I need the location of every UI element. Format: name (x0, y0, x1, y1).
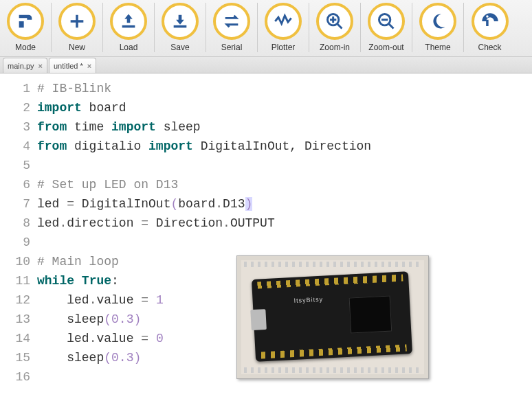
code-line[interactable]: led = DigitalInOut(board.D13) (37, 194, 532, 214)
zoom-out-button[interactable]: Zoom-out (361, 3, 412, 52)
token-name: D13 (223, 197, 245, 211)
token-punct: = (141, 293, 148, 307)
token-punct: . (89, 332, 97, 345)
token-paren: ) (133, 312, 141, 326)
token-name: sleep (37, 312, 104, 326)
plotter-icon (265, 3, 302, 40)
save-icon (162, 3, 199, 40)
line-number: 14 (0, 329, 30, 348)
token-module: DigitalInOut, Direction (193, 139, 371, 153)
token-punct: = (67, 197, 74, 211)
svg-rect-0 (122, 25, 135, 28)
line-number: 7 (0, 194, 30, 214)
theme-icon (419, 3, 456, 40)
token-comment: # Set up LED on D13 (37, 178, 178, 192)
close-icon[interactable]: × (87, 62, 91, 70)
code-line[interactable]: import board (37, 98, 532, 117)
theme-button[interactable]: Theme (412, 3, 464, 52)
tab-main-py[interactable]: main.py× (3, 58, 47, 73)
token-name: OUTPUT (230, 216, 275, 230)
zoom-out-icon (368, 3, 405, 40)
close-icon[interactable]: × (38, 62, 43, 70)
token-number: 0.3 (111, 312, 133, 326)
line-number: 12 (0, 290, 30, 310)
line-number: 16 (0, 367, 30, 387)
check-icon (472, 3, 509, 40)
token-name: led (37, 216, 59, 230)
board-caption: ItsyBitsy (293, 290, 324, 310)
token-punct: = (141, 332, 148, 345)
code-line[interactable]: led.direction = Direction.OUTPUT (37, 214, 532, 233)
line-number: 13 (0, 310, 30, 329)
code-line[interactable] (37, 233, 532, 252)
code-line[interactable]: # Set up LED on D13 (37, 175, 532, 194)
tool-label: Save (170, 43, 189, 52)
load-icon (110, 3, 147, 40)
serial-icon (213, 3, 250, 40)
tool-label: Serial (221, 43, 243, 52)
line-number: 5 (0, 156, 30, 175)
token-number: 0.3 (111, 351, 133, 365)
tool-label: Theme (425, 43, 450, 52)
token-punct: . (89, 293, 97, 307)
token-name (74, 274, 82, 288)
token-number: 0 (156, 332, 164, 345)
tool-label: Load (120, 43, 138, 52)
token-paren: ( (104, 351, 111, 365)
token-paren: ( (104, 312, 111, 326)
mode-button[interactable]: Mode (0, 3, 52, 52)
line-number: 15 (0, 348, 30, 367)
code-line[interactable]: # IB-Blink (37, 79, 532, 98)
zoom-in-icon (316, 3, 353, 40)
token-name (148, 332, 156, 345)
tool-label: Zoom-in (320, 43, 350, 52)
token-comment: # Main loop (37, 255, 119, 268)
token-name: value (96, 332, 141, 345)
serial-button[interactable]: Serial (206, 3, 258, 52)
token-keyword: from (37, 120, 67, 134)
token-module: time (67, 120, 111, 134)
plus-icon (58, 3, 96, 40)
token-paren: ) (245, 197, 253, 211)
mode-icon (7, 3, 44, 40)
token-name: DigitalInOut (74, 197, 170, 211)
svg-point-4 (486, 15, 489, 18)
zoom-in-button[interactable]: Zoom-in (309, 3, 361, 52)
code-area[interactable]: # IB-Blinkimport boardfrom time import s… (37, 73, 532, 403)
code-line[interactable]: from time import sleep (37, 117, 532, 137)
token-keyword: from (37, 139, 67, 153)
line-number: 4 (0, 137, 30, 156)
tool-label: Zoom-out (368, 43, 403, 52)
save-button[interactable]: Save (155, 3, 206, 52)
tab-label: main.py (8, 62, 34, 70)
code-line[interactable] (37, 156, 532, 175)
tool-label: Mode (15, 43, 36, 52)
token-keyword: import (148, 139, 193, 153)
token-module: sleep (156, 120, 201, 134)
token-keyword: while (37, 274, 74, 288)
token-comment: # IB-Blink (37, 82, 111, 95)
new-button[interactable]: New (52, 3, 103, 52)
tool-label: New (69, 43, 85, 52)
code-editor[interactable]: 12345678910111213141516 # IB-Blinkimport… (0, 73, 532, 403)
plotter-button[interactable]: Plotter (258, 3, 309, 52)
token-name: led (37, 197, 67, 211)
token-paren: ( (170, 197, 178, 211)
token-punct: = (141, 216, 148, 230)
line-number: 10 (0, 252, 30, 271)
tab-label: untitled * (54, 62, 83, 70)
token-module: board (82, 101, 126, 115)
line-number: 8 (0, 214, 30, 233)
code-line[interactable]: from digitalio import DigitalInOut, Dire… (37, 137, 532, 156)
token-keyword: import (37, 101, 82, 115)
token-number: 1 (156, 293, 164, 307)
check-button[interactable]: Check (464, 3, 516, 52)
token-builtin: True (82, 274, 111, 288)
token-name (148, 293, 156, 307)
toolbar: Mode New Load Save Serial Plotter Zoom-i… (0, 0, 532, 57)
token-name: led (37, 293, 89, 307)
token-colon: : (111, 274, 119, 288)
load-button[interactable]: Load (103, 3, 155, 52)
tab-untitled-[interactable]: untitled *× (49, 58, 96, 73)
line-number: 1 (0, 79, 30, 98)
